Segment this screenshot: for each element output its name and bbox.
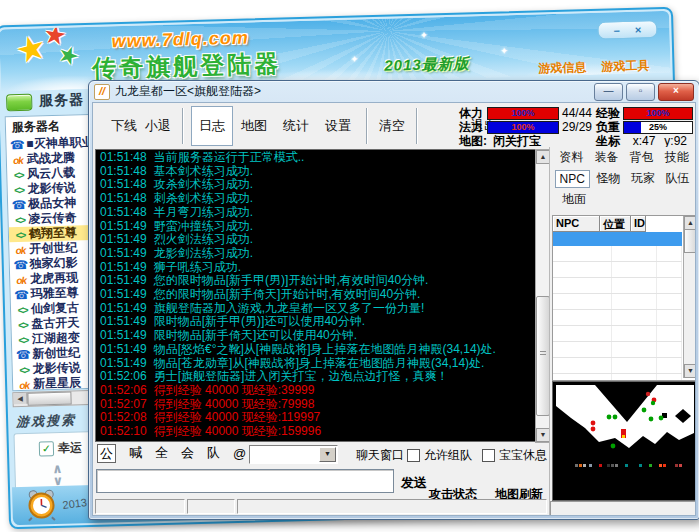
checkbox-icon[interactable]: [407, 449, 420, 462]
toolbar: 下线 小退 日志地图统计设置 清空 退出: [93, 103, 468, 149]
close-button[interactable]: ×: [635, 23, 642, 37]
toolbar-tab[interactable]: 设置: [317, 106, 359, 146]
alarm-clock-icon: [24, 487, 59, 522]
checkbox-icon[interactable]: [482, 449, 495, 462]
log-message: 旗舰登陆器加入游戏,九龙皇都一区又多了一份力量!: [154, 301, 425, 315]
server-type-icon: [14, 332, 32, 346]
chat-channel-button[interactable]: 喊: [129, 444, 142, 462]
toolbar-tab[interactable]: 统计: [275, 106, 317, 146]
panel-tab[interactable]: 资料: [555, 148, 587, 167]
panel-tab-label: NPC: [560, 172, 585, 186]
allow-team-checkbox[interactable]: 允许组队: [407, 447, 472, 464]
toolbar-tabs: 日志地图统计设置: [191, 106, 359, 146]
server-list-hscrollbar[interactable]: ◀: [12, 390, 98, 407]
toolbar-tab-label: 统计: [283, 118, 309, 133]
mp-percent: 100%: [488, 122, 558, 133]
server-type-icon: [9, 152, 27, 166]
scroll-down-icon[interactable]: ▼: [684, 364, 696, 378]
npc-table: NPC位置ID ▲ ▼: [552, 215, 696, 381]
log-message: 狮子吼练习成功.: [154, 260, 241, 274]
table-header-cell[interactable]: ID: [631, 216, 646, 232]
table-scroll-thumb[interactable]: [684, 229, 696, 253]
offline-button[interactable]: 下线: [107, 115, 141, 137]
panel-tab[interactable]: 地面: [558, 190, 590, 209]
relog-button[interactable]: 小退: [141, 115, 175, 137]
chat-channels: 公喊全会队@密: [97, 444, 272, 462]
table-row[interactable]: [553, 326, 682, 342]
game-search-label: 游戏搜索: [16, 411, 76, 431]
table-row[interactable]: [553, 246, 682, 262]
clear-button[interactable]: 清空: [375, 115, 409, 137]
server-list-item[interactable]: 新星星辰: [13, 375, 97, 391]
log-line: 01:51:48刺杀剑术练习成功.: [100, 192, 538, 206]
toolbar-separator: [182, 108, 184, 144]
close-button[interactable]: ×: [658, 83, 694, 101]
log-timestamp: 01:51:49: [100, 356, 147, 370]
minimize-button[interactable]: –: [613, 23, 620, 37]
log-line: 01:51:49龙影剑法练习成功.: [100, 247, 538, 261]
chat-input[interactable]: [96, 469, 394, 493]
log-message: 限时物品[新手倚天]还可以使用40分钟.: [154, 328, 357, 342]
log-message: 您的限时物品[新手倚天]开始计时,有效时间40分钟.: [154, 287, 421, 301]
chat-target-dropdown[interactable]: ▼: [249, 445, 338, 464]
scroll-up-icon[interactable]: ▲: [536, 150, 550, 164]
chat-channel-button[interactable]: 公: [97, 444, 116, 463]
server-type-icon: [14, 347, 32, 361]
table-row[interactable]: [553, 374, 682, 381]
maximize-button[interactable]: ▫: [626, 83, 655, 101]
table-row[interactable]: [553, 310, 682, 326]
panel-tab[interactable]: 技能: [661, 148, 693, 167]
log-scroll-thumb[interactable]: [536, 296, 550, 416]
panel-tab-label: 队伍: [665, 171, 689, 185]
table-row[interactable]: [553, 294, 682, 310]
chevron-down-icon[interactable]: ▼: [319, 447, 336, 462]
chat-channel-button[interactable]: @: [233, 446, 246, 461]
chat-window-button[interactable]: 聊天窗口: [356, 447, 404, 464]
server-header-label: 服务器: [39, 91, 84, 110]
game-info-link[interactable]: 游戏信息: [538, 59, 586, 77]
client-window-controls: — ▫ ×: [594, 83, 694, 101]
table-header-cell[interactable]: NPC: [553, 216, 600, 232]
minimize-button[interactable]: —: [594, 83, 623, 101]
exp-percent: 100%: [624, 108, 692, 119]
log-line: 01:51:49您的限时物品[新手倚天]开始计时,有效时间40分钟.: [100, 288, 538, 302]
panel-tab[interactable]: 装备: [590, 148, 622, 167]
table-row[interactable]: [553, 342, 682, 358]
log-timestamp: 01:51:49: [100, 246, 147, 260]
pet-rest-checkbox[interactable]: 宝宝休息: [482, 447, 547, 464]
server-type-icon: [10, 212, 28, 226]
sparkle-icon: ✦: [500, 45, 509, 56]
chat-channel-button[interactable]: 会: [181, 444, 194, 462]
table-row[interactable]: [553, 278, 682, 294]
client-app-icon: [94, 84, 110, 100]
panel-tab[interactable]: 玩家: [627, 169, 659, 188]
toolbar-tab[interactable]: 地图: [233, 106, 275, 146]
log-timestamp: 01:51:49: [100, 314, 147, 328]
hscroll-thumb[interactable]: [27, 392, 71, 406]
table-row[interactable]: [553, 358, 682, 374]
panel-tab[interactable]: 怪物: [592, 169, 624, 188]
scroll-down-icon[interactable]: ▼: [536, 428, 550, 442]
table-row[interactable]: [553, 262, 682, 278]
send-button[interactable]: 发送: [401, 474, 427, 492]
panel-tab[interactable]: 队伍: [661, 169, 693, 188]
panel-tab[interactable]: NPC: [555, 170, 590, 188]
table-header-cell[interactable]: 位置: [600, 216, 631, 232]
scroll-left-icon[interactable]: ◀: [13, 393, 27, 404]
log-timestamp: 01:51:49: [100, 328, 147, 342]
server-type-icon: [15, 377, 33, 391]
chat-channel-button[interactable]: 全: [155, 444, 168, 462]
selected-table-row[interactable]: [553, 232, 682, 246]
game-tools-link[interactable]: 游戏工具: [601, 57, 649, 75]
banner-links: 游戏信息 游戏工具: [538, 57, 649, 77]
chat-channel-label: 全: [155, 445, 168, 460]
toolbar-tab[interactable]: 日志: [191, 106, 233, 146]
chat-channel-button[interactable]: 队: [207, 444, 220, 462]
scroll-up-icon[interactable]: ▲: [684, 216, 696, 230]
log-timestamp: 01:51:49: [100, 273, 147, 287]
checked-checkbox-icon[interactable]: ✓: [39, 441, 54, 456]
table-scrollbar[interactable]: ▲ ▼: [683, 216, 696, 378]
toolbar-separator: [366, 108, 368, 144]
panel-tab[interactable]: 背包: [626, 148, 658, 167]
exp-bar: 100%: [623, 107, 693, 120]
